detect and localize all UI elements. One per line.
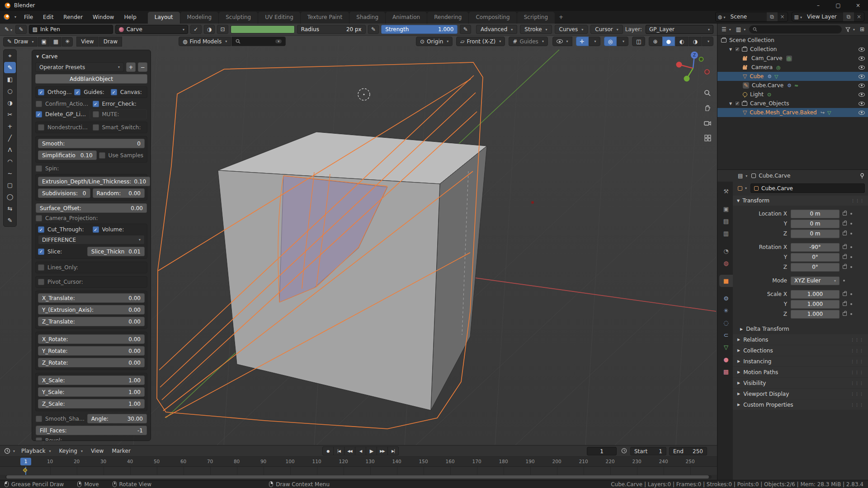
transform-field-z[interactable]: 0° — [791, 263, 840, 272]
camera-view-icon[interactable] — [703, 118, 712, 128]
properties-tab-object[interactable]: ■ — [719, 275, 733, 287]
slider-z-translate-[interactable]: Z_Translate:0.00 — [38, 317, 145, 326]
shading-dropdown[interactable]: ▾ — [702, 37, 713, 46]
animate-dot[interactable] — [850, 303, 852, 305]
slider-random-[interactable]: Random:0.00 — [93, 188, 145, 198]
drawing-plane-dropdown[interactable]: ▱ Front (X-Z) ▾ — [456, 37, 505, 46]
lock-icon[interactable] — [843, 245, 847, 249]
collection-checkbox[interactable]: ✓ — [735, 47, 740, 52]
brush-dropdown-icon[interactable]: ✎▾ — [4, 26, 13, 33]
outliner-row-collection[interactable]: ▼✓Collection — [717, 45, 868, 54]
slider-slice-thickn[interactable]: Slice_Thickn0.01 — [87, 247, 145, 256]
editor-type-button[interactable]: ▾ — [3, 447, 16, 455]
remove-view-layer-button[interactable]: × — [854, 14, 864, 20]
new-collection-button[interactable]: ⊞ — [859, 25, 866, 33]
tool-erase[interactable]: ○ — [4, 85, 16, 97]
outliner-search-input[interactable] — [749, 25, 842, 33]
record-button[interactable]: ● — [322, 446, 334, 455]
transform-field-y[interactable]: 0 m — [791, 220, 840, 228]
transform-field-location-x[interactable]: 0 m — [791, 210, 840, 218]
checkbox[interactable] — [93, 111, 99, 117]
section-custom-properties[interactable]: ▶Custom Properties⋮⋮⋮ — [733, 399, 868, 410]
close-button[interactable]: × — [848, 0, 868, 11]
tool-interpolate[interactable]: ⇆ — [4, 203, 16, 214]
checkbox[interactable] — [93, 124, 99, 131]
prev-keyframe-button[interactable]: ◀◀ — [344, 446, 355, 455]
shading-material-button[interactable]: ◐ — [675, 37, 688, 46]
outliner-row-camera[interactable]: Camera◎ — [717, 63, 868, 72]
slider-smooth-[interactable]: Smooth:0 — [38, 139, 145, 148]
timeline-scrollbar[interactable] — [5, 475, 712, 479]
workspace-tab-texture-paint[interactable]: Texture Paint — [301, 12, 349, 23]
tool-annotate[interactable]: ✎ — [4, 215, 16, 226]
new-scene-button[interactable]: ⧉ — [767, 12, 778, 21]
use-preview-range-icon[interactable] — [621, 448, 627, 455]
slider-x-rotate-[interactable]: X_Rotate:0.00 — [38, 334, 145, 344]
outliner-row-cube-carve[interactable]: ✎Cube.Carve⚙≈ — [717, 81, 868, 90]
transform-panel-header[interactable]: ▼ Transform ⋮⋮⋮ — [733, 196, 868, 206]
workspace-tab-+[interactable]: + — [555, 12, 567, 23]
timeline-ruler[interactable]: 1 10203040506070809010011012013014015016… — [0, 457, 717, 467]
layer-blend-button[interactable]: ▦ — [50, 37, 61, 47]
layer-selector[interactable]: GP_Layer ▾ — [646, 25, 713, 34]
zoom-icon[interactable] — [703, 88, 712, 98]
transform-field-rotation-x[interactable]: -90° — [791, 243, 840, 252]
checkbox[interactable] — [36, 165, 42, 172]
blender-menu-button[interactable]: ▾ — [0, 14, 19, 20]
properties-tab-modifiers[interactable]: ⚙ — [719, 292, 733, 305]
strength-pressure-toggle[interactable]: ✎ — [460, 25, 471, 34]
checkbox[interactable]: ✓ — [93, 101, 99, 107]
properties-tab-object-data[interactable]: ▽ — [719, 341, 733, 353]
3d-viewport[interactable]: Z ✎ Draw ▾ ▣ ▦ ✳ ViewDraw ◍ Find Model — [0, 36, 717, 445]
checkbox[interactable] — [99, 152, 105, 159]
boolean-mode-dropdown[interactable]: DIFFERENCE▾ — [38, 235, 145, 244]
slider-y-extrusion-axis-[interactable]: Y_(Extrusion_Axis):0.00 — [38, 305, 145, 314]
expand-triangle-icon[interactable]: ▼ — [729, 47, 735, 52]
workspace-tab-shading[interactable]: Shading — [349, 12, 385, 23]
shading-rendered-button[interactable]: ◑ — [689, 37, 702, 46]
slider-subdivisions-[interactable]: Subdivisions:0 — [38, 188, 90, 198]
workspace-tab-rendering[interactable]: Rendering — [427, 12, 468, 23]
mode-selector[interactable]: ✎ Draw ▾ — [3, 37, 38, 47]
transform-pivot-dropdown[interactable]: ⊙ Origin ▾ — [416, 37, 453, 46]
overlays-dropdown[interactable]: ▾ — [617, 37, 628, 46]
tool-draw[interactable]: ✎ — [4, 62, 16, 73]
jump-start-button[interactable]: |◀ — [333, 446, 344, 455]
tool-fill[interactable]: ◧ — [4, 74, 16, 85]
overlays-toggle[interactable]: ◎ — [604, 37, 617, 46]
eye-icon[interactable] — [859, 47, 865, 52]
tool-tweak[interactable]: ⌖ — [4, 50, 16, 61]
vertex-color-swatch[interactable] — [231, 25, 295, 33]
next-keyframe-button[interactable]: ▶▶ — [377, 446, 388, 455]
asset-search-input[interactable]: ▾ — [231, 37, 286, 46]
popover-stroke[interactable]: Stroke▾ — [520, 25, 552, 34]
timeline-menu-playback[interactable]: Playback▾ — [17, 446, 55, 455]
checkbox[interactable] — [36, 101, 42, 107]
popover-advanced[interactable]: Advanced▾ — [476, 25, 517, 34]
slider-x-translate-[interactable]: X_Translate:0.00 — [38, 293, 145, 303]
tool-curve[interactable]: ~ — [4, 168, 16, 179]
pan-hand-icon[interactable] — [703, 103, 712, 113]
current-frame-field[interactable]: 1 — [587, 447, 617, 455]
lock-icon[interactable] — [843, 222, 847, 225]
outliner-row-scene-collection[interactable]: Scene Collection — [717, 36, 868, 45]
eye-icon[interactable] — [859, 84, 865, 88]
checkbox[interactable] — [38, 124, 44, 131]
popover-cursor[interactable]: Cursor▾ — [590, 25, 623, 34]
menu-edit[interactable]: Edit — [38, 12, 58, 22]
radius-slider[interactable]: Radius 20 px — [297, 25, 366, 34]
checkbox[interactable]: ✓ — [38, 249, 44, 255]
animate-dot[interactable] — [850, 293, 852, 295]
lock-icon[interactable] — [843, 212, 847, 216]
transform-field-z[interactable]: 0 m — [791, 230, 840, 238]
eye-icon[interactable] — [859, 56, 865, 61]
slider-angle-[interactable]: Angle:30.00 — [87, 414, 147, 423]
display-mode-dropdown[interactable]: ▥▾ — [735, 25, 747, 33]
menu-file[interactable]: File — [19, 12, 38, 22]
lock-icon[interactable] — [843, 232, 847, 235]
section-motion-paths[interactable]: ▶Motion Paths⋮⋮⋮ — [733, 367, 868, 377]
timeline-menu-marker[interactable]: Marker — [108, 446, 134, 455]
transform-field-y[interactable]: 0° — [791, 253, 840, 262]
collection-checkbox[interactable]: ✓ — [735, 101, 740, 106]
section-relations[interactable]: ▶Relations⋮⋮⋮ — [733, 334, 868, 345]
